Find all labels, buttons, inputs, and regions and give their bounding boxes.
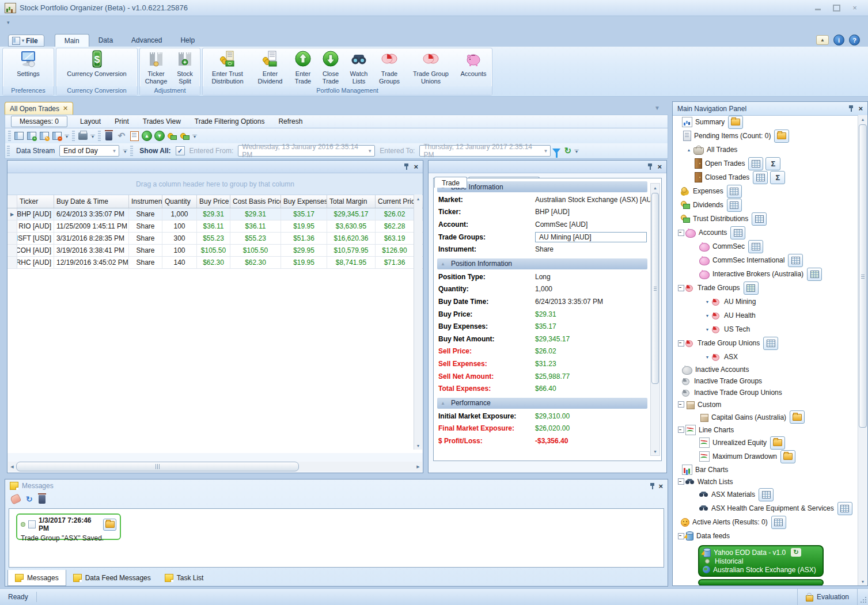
- table-row[interactable]: MSFT [USD] 3/31/2016 8:28:35 PM Share 30…: [7, 233, 423, 245]
- nav-item-maximum-drawdown[interactable]: Maximum Drawdown: [673, 450, 858, 463]
- close-button[interactable]: ×: [847, 3, 862, 13]
- nav-item-capital-gains[interactable]: Capital Gains (Australia): [673, 410, 858, 424]
- grid-vertical-scrollbar[interactable]: ▲ ▼: [414, 195, 422, 450]
- open-table-button[interactable]: [748, 240, 763, 253]
- open-table-button[interactable]: [837, 502, 852, 515]
- open-table-button[interactable]: [748, 157, 763, 170]
- open-table-button[interactable]: [788, 254, 803, 267]
- nav-item-bar-charts[interactable]: Bar Charts: [673, 463, 858, 475]
- data-feed-card[interactable]: Yahoo EOD Data - v1.0 ↻ Historical Austr…: [698, 545, 824, 577]
- scroll-down-icon[interactable]: ▼: [651, 447, 659, 455]
- nav-item-pending-items[interactable]: Pending Items (Count: 0): [673, 129, 858, 143]
- tab-all-open-trades[interactable]: All Open Trades ✕: [5, 102, 73, 115]
- enter-trade-button[interactable]: Enter Trade: [289, 49, 317, 86]
- close-icon[interactable]: ×: [658, 482, 663, 490]
- nav-item-open-trades[interactable]: Open Trades Σ: [673, 157, 858, 170]
- nav-item-inactive-accounts[interactable]: Inactive Accounts: [673, 364, 858, 375]
- add-panel-icon[interactable]: +: [26, 131, 37, 141]
- dropdown-icon[interactable]: ▼: [703, 355, 712, 359]
- tab-list-dropdown-icon[interactable]: ▼: [654, 105, 660, 111]
- nav-item-summary[interactable]: Summary: [673, 115, 858, 129]
- collapse-minus-icon[interactable]: [676, 340, 685, 347]
- remove-panel-icon[interactable]: −: [52, 131, 62, 141]
- scroll-left-icon[interactable]: ◀: [8, 465, 16, 469]
- undo-icon[interactable]: ↶: [116, 131, 127, 141]
- col-quantity[interactable]: Quantity: [162, 195, 197, 208]
- menu-trade-filtering-options[interactable]: Trade Filtering Options: [188, 116, 272, 127]
- scroll-down-icon[interactable]: ▼: [858, 577, 867, 585]
- info-icon[interactable]: i: [833, 35, 844, 45]
- nav-item-commsec-international[interactable]: CommSec International: [673, 253, 858, 267]
- scroll-down-icon[interactable]: ▼: [414, 442, 422, 450]
- tab-messages[interactable]: Messages: [7, 570, 66, 586]
- close-trade-small-icon[interactable]: ▼: [154, 131, 165, 141]
- enter-dividend-button[interactable]: Enter Dividend: [251, 49, 289, 86]
- trade-panel-scrollbar[interactable]: ▲ ▼: [650, 183, 660, 456]
- toolbar-overflow-icon[interactable]: —▾: [574, 149, 579, 153]
- open-table-button[interactable]: [727, 199, 742, 212]
- nav-item-trade-group-unions[interactable]: Trade Group Unions: [673, 336, 858, 350]
- nav-item-all-trades[interactable]: ▲ All Trades: [673, 143, 858, 157]
- accounts-button[interactable]: Accounts: [456, 49, 491, 78]
- col-buy-price[interactable]: Buy Price: [197, 195, 230, 208]
- show-all-checkbox[interactable]: ✓: [176, 146, 185, 155]
- enter-trade-small-icon[interactable]: ▲: [142, 131, 152, 141]
- collapse-minus-icon[interactable]: [676, 285, 685, 291]
- nav-item-au-health[interactable]: ▼ AU Health: [673, 309, 858, 322]
- nav-vertical-scrollbar[interactable]: ▲ ▼: [858, 115, 867, 585]
- toolbar-overflow-icon[interactable]: —▾: [123, 149, 127, 153]
- tab-data-feed-messages[interactable]: Data Feed Messages: [66, 570, 158, 586]
- tab-task-list[interactable]: Task List: [158, 570, 211, 586]
- open-folder-button[interactable]: [728, 116, 743, 129]
- scrollbar-thumb[interactable]: [651, 193, 659, 384]
- open-table-button[interactable]: [727, 185, 742, 198]
- help-icon[interactable]: ?: [849, 35, 860, 45]
- delete-trade-icon[interactable]: [104, 131, 114, 141]
- clear-messages-icon[interactable]: [10, 493, 21, 504]
- open-table-button[interactable]: [730, 226, 745, 239]
- nav-item-trade-groups[interactable]: Trade Groups: [673, 281, 858, 295]
- col-total-margin[interactable]: Total Margin: [327, 195, 376, 208]
- col-ticker[interactable]: Ticker: [17, 195, 54, 208]
- dropdown-icon[interactable]: ▼: [703, 300, 712, 304]
- col-buy-date-time[interactable]: Buy Date & Time: [54, 195, 129, 208]
- col-current-price[interactable]: Current Price: [376, 195, 414, 208]
- pin-icon[interactable]: [650, 482, 655, 490]
- layout-panel-icon[interactable]: [14, 131, 24, 141]
- close-icon[interactable]: ×: [414, 163, 418, 170]
- menu-refresh[interactable]: Refresh: [271, 116, 309, 127]
- dividend-small-icon[interactable]: [167, 131, 177, 141]
- data-stream-select[interactable]: End of Day ▼: [59, 145, 119, 157]
- nav-item-dividends[interactable]: Dividends: [673, 198, 858, 212]
- minimize-button[interactable]: [810, 3, 825, 13]
- dropdown-icon[interactable]: ▼: [703, 328, 712, 332]
- grid-horizontal-scrollbar[interactable]: ◀ ▶: [8, 462, 422, 471]
- open-table-button[interactable]: [763, 337, 778, 350]
- scrollbar-thumb[interactable]: [16, 462, 299, 471]
- nav-item-interactive-brokers[interactable]: Interactive Brokers (Australia): [673, 267, 858, 281]
- table-row[interactable]: ▶ BHP [AUD] 6/24/2013 3:35:07 PM Share 1…: [7, 208, 423, 220]
- trust-small-icon[interactable]: [180, 131, 190, 141]
- ribbon-tab-data[interactable]: Data: [89, 34, 122, 47]
- ribbon-tab-main[interactable]: Main: [55, 34, 89, 47]
- open-folder-button[interactable]: [103, 519, 116, 531]
- enter-trust-distribution-button[interactable]: Enter Trust Distribution: [204, 49, 251, 86]
- menu-trades-view[interactable]: Trades View: [136, 116, 188, 127]
- collapse-icon[interactable]: ▲: [684, 148, 693, 152]
- collapse-minus-icon[interactable]: [676, 230, 685, 236]
- close-trade-button[interactable]: Close Trade: [317, 49, 344, 86]
- nav-item-trust-distributions[interactable]: Trust Distributions: [673, 212, 858, 226]
- nav-item-active-alerts[interactable]: Active Alerts (Results: 0): [673, 515, 858, 529]
- nav-item-unrealized-equity[interactable]: Unrealized Equity: [673, 436, 858, 450]
- toolbar-overflow-icon[interactable]: —▾: [90, 134, 95, 138]
- tab-close-icon[interactable]: ✕: [63, 105, 68, 112]
- refresh-icon[interactable]: ↻: [564, 146, 571, 156]
- qat-customize-icon[interactable]: ▾: [7, 20, 10, 25]
- nav-item-inactive-trade-group-unions[interactable]: Inactive Trade Group Unions: [673, 387, 858, 398]
- nav-item-watch-lists[interactable]: Watch Lists: [673, 475, 858, 488]
- edit-panel-icon[interactable]: ✎: [39, 131, 50, 141]
- ticker-change-button[interactable]: Ticker Change: [141, 49, 171, 86]
- section-base-information[interactable]: ▲ Base Information: [437, 181, 647, 192]
- nav-item-line-charts[interactable]: Line Charts: [673, 424, 858, 436]
- open-folder-button[interactable]: [780, 450, 795, 463]
